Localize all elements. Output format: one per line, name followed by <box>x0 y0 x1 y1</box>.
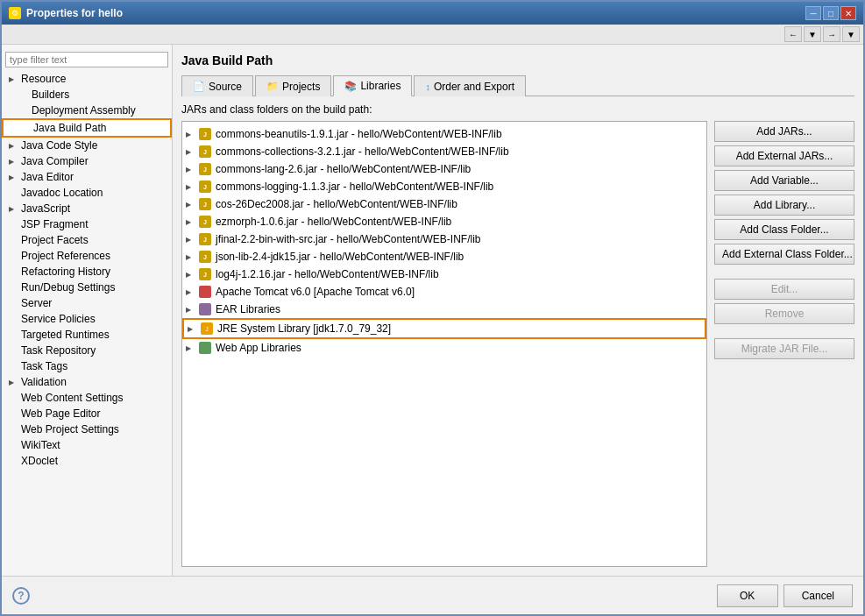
sidebar-item-server[interactable]: Server <box>2 295 172 311</box>
dialog-title: Properties for hello <box>26 7 123 19</box>
sidebar-label: Task Repository <box>21 344 96 357</box>
add-external-jars-button[interactable]: Add External JARs... <box>714 145 854 166</box>
tree-item-label: ezmorph-1.0.6.jar - hello/WebContent/WEB… <box>216 216 451 228</box>
path-description: JARs and class folders on the build path… <box>181 103 854 116</box>
sidebar-label: Java Code Style <box>21 139 97 152</box>
add-library-button[interactable]: Add Library... <box>714 195 854 216</box>
sidebar-label: Project References <box>21 250 110 262</box>
sidebar-label: Web Content Settings <box>21 392 124 404</box>
sidebar-label: Service Policies <box>21 313 96 325</box>
sidebar-item-java-code-style[interactable]: ▶ Java Code Style <box>2 138 172 153</box>
tab-source-label: Source <box>209 81 242 93</box>
tree-item-webapp[interactable]: ▶ Web App Libraries <box>182 339 706 357</box>
expand-arrow: ▶ <box>9 379 18 386</box>
sidebar-item-project-facets[interactable]: Project Facets <box>2 232 172 248</box>
edit-button[interactable]: Edit... <box>714 279 854 300</box>
sidebar-item-project-references[interactable]: Project References <box>2 248 172 264</box>
jar-icon: J <box>198 180 212 194</box>
sidebar-item-javadoc[interactable]: Javadoc Location <box>2 185 172 201</box>
tree-expand-arrow: ▶ <box>186 271 195 279</box>
forward-dropdown-button[interactable]: ▼ <box>842 26 860 42</box>
minimize-button[interactable]: ─ <box>805 6 821 20</box>
tab-order-export[interactable]: ↕ Order and Export <box>414 75 526 96</box>
sidebar-item-java-compiler[interactable]: ▶ Java Compiler <box>2 153 172 169</box>
tree-item[interactable]: ▶ J commons-beanutils-1.9.1.jar - hello/… <box>182 125 706 143</box>
back-dropdown-button[interactable]: ▼ <box>804 26 821 42</box>
tab-libraries[interactable]: 📚 Libraries <box>333 75 412 96</box>
jar-icon: J <box>198 162 212 176</box>
add-class-folder-button[interactable]: Add Class Folder... <box>714 219 854 240</box>
cancel-button[interactable]: Cancel <box>783 584 853 607</box>
sidebar-label: Task Tags <box>21 360 67 372</box>
add-variable-button[interactable]: Add Variable... <box>714 170 854 191</box>
sidebar-item-web-content[interactable]: Web Content Settings <box>2 390 172 406</box>
tree-item-label: cos-26Dec2008.jar - hello/WebContent/WEB… <box>216 198 457 210</box>
sidebar-label: JSP Fragment <box>21 218 88 230</box>
right-buttons-panel: Add JARs... Add External JARs... Add Var… <box>714 121 854 567</box>
tree-item[interactable]: ▶ J jfinal-2.2-bin-with-src.jar - hello/… <box>182 230 706 248</box>
tree-expand-arrow: ▶ <box>186 148 195 156</box>
sidebar-item-web-page-editor[interactable]: Web Page Editor <box>2 406 172 421</box>
sidebar-label: Run/Debug Settings <box>21 281 115 294</box>
tree-item-tomcat[interactable]: ▶ Apache Tomcat v6.0 [Apache Tomcat v6.0… <box>182 283 706 301</box>
help-button[interactable]: ? <box>12 587 30 605</box>
sidebar-item-javascript[interactable]: ▶ JavaScript <box>2 201 172 216</box>
sidebar-item-java-build-path[interactable]: Java Build Path <box>2 118 172 138</box>
tree-expand-arrow: ▶ <box>186 218 195 226</box>
sidebar-item-task-tags[interactable]: Task Tags <box>2 358 172 374</box>
tree-item[interactable]: ▶ J commons-logging-1.1.3.jar - hello/We… <box>182 178 706 195</box>
sidebar-item-builders[interactable]: Builders <box>2 87 172 103</box>
title-bar: ⚙ Properties for hello ─ □ ✕ <box>2 2 863 25</box>
sidebar-item-java-editor[interactable]: ▶ Java Editor <box>2 169 172 185</box>
tree-item[interactable]: ▶ J ezmorph-1.0.6.jar - hello/WebContent… <box>182 213 706 230</box>
tree-expand-arrow: ▶ <box>186 201 195 209</box>
title-bar-left: ⚙ Properties for hello <box>9 7 123 19</box>
dialog-icon: ⚙ <box>9 7 21 19</box>
sidebar-item-task-repository[interactable]: Task Repository <box>2 343 172 358</box>
tab-source[interactable]: 📄 Source <box>181 75 253 96</box>
tree-item[interactable]: ▶ J commons-collections-3.2.1.jar - hell… <box>182 143 706 160</box>
remove-button[interactable]: Remove <box>714 303 854 324</box>
sidebar-item-service-policies[interactable]: Service Policies <box>2 311 172 327</box>
tree-expand-arrow: ▶ <box>186 288 195 296</box>
tree-item[interactable]: ▶ J json-lib-2.4-jdk15.jar - hello/WebCo… <box>182 248 706 266</box>
sidebar-item-run-debug[interactable]: Run/Debug Settings <box>2 280 172 295</box>
tree-item[interactable]: ▶ J commons-lang-2.6.jar - hello/WebCont… <box>182 160 706 178</box>
sidebar-label: Validation <box>21 376 67 388</box>
jar-icon: J <box>198 250 212 264</box>
sidebar-item-wikitext[interactable]: WikiText <box>2 437 172 453</box>
sidebar-item-validation[interactable]: ▶ Validation <box>2 374 172 390</box>
button-spacer <box>714 268 854 275</box>
back-button[interactable]: ← <box>784 26 802 42</box>
sidebar-item-deployment[interactable]: Deployment Assembly <box>2 103 172 118</box>
sidebar-item-refactoring[interactable]: Refactoring History <box>2 264 172 280</box>
add-external-class-folder-button[interactable]: Add External Class Folder... <box>714 244 854 265</box>
sidebar-item-resource[interactable]: ▶ Resource <box>2 71 172 87</box>
tree-item[interactable]: ▶ J cos-26Dec2008.jar - hello/WebContent… <box>182 195 706 213</box>
sidebar-item-jsp-fragment[interactable]: JSP Fragment <box>2 216 172 232</box>
sidebar-label: Web Page Editor <box>21 407 101 420</box>
sidebar-item-targeted-runtimes[interactable]: Targeted Runtimes <box>2 327 172 343</box>
tree-item-label: commons-collections-3.2.1.jar - hello/We… <box>216 145 509 158</box>
ok-button[interactable]: OK <box>717 584 778 607</box>
button-spacer2 <box>714 328 854 335</box>
tab-libraries-label: Libraries <box>360 80 401 92</box>
filter-input[interactable] <box>5 52 168 67</box>
sidebar-item-web-project-settings[interactable]: Web Project Settings <box>2 421 172 437</box>
sidebar-item-xdoclet[interactable]: XDoclet <box>2 453 172 469</box>
migrate-jar-button[interactable]: Migrate JAR File... <box>714 338 854 359</box>
maximize-button[interactable]: □ <box>823 6 839 20</box>
jar-icon: J <box>198 215 212 229</box>
tree-item-jre[interactable]: ▶ J JRE System Library [jdk1.7.0_79_32] <box>182 318 706 339</box>
tree-item[interactable]: ▶ J log4j-1.2.16.jar - hello/WebContent/… <box>182 266 706 283</box>
add-jars-button[interactable]: Add JARs... <box>714 121 854 142</box>
tab-projects[interactable]: 📁 Projects <box>255 75 331 96</box>
tree-item-label: JRE System Library [jdk1.7.0_79_32] <box>217 322 391 335</box>
projects-icon: 📁 <box>266 81 279 92</box>
tree-item-ear[interactable]: ▶ EAR Libraries <box>182 301 706 318</box>
sidebar-label: Web Project Settings <box>21 423 119 435</box>
nav-toolbar: ← ▼ → ▼ <box>2 25 863 45</box>
forward-button[interactable]: → <box>823 26 840 42</box>
build-path-content: ▶ J commons-beanutils-1.9.1.jar - hello/… <box>181 121 854 567</box>
close-button[interactable]: ✕ <box>840 6 856 20</box>
